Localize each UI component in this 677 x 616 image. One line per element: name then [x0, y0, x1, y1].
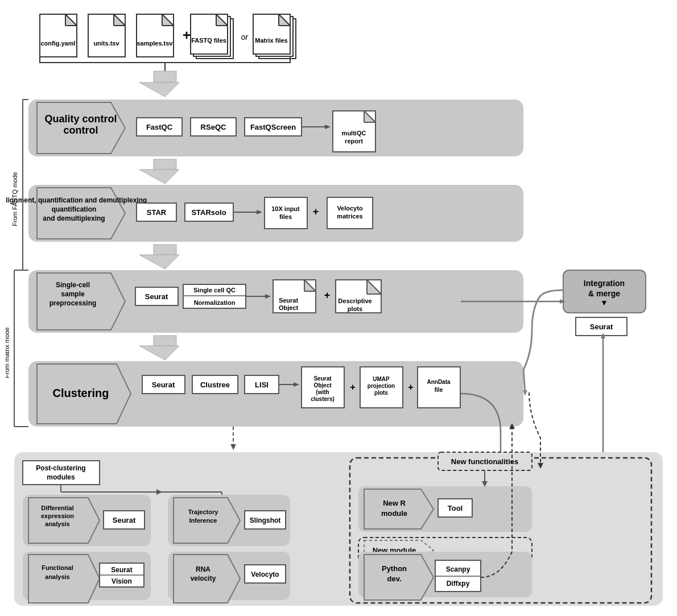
- slingshot-tool: Slingshot: [250, 516, 281, 524]
- fastqscreen-tool: FastQScreen: [250, 123, 296, 131]
- svg-text:analysis: analysis: [45, 520, 69, 527]
- rna-velocity-label: RNA: [196, 565, 210, 573]
- seurat-integration-tool: Seurat: [590, 323, 613, 331]
- svg-text:files: files: [279, 213, 292, 220]
- anndata-output: AnnData: [427, 379, 451, 385]
- svg-text:Vision: Vision: [112, 577, 132, 585]
- svg-text:Object: Object: [279, 304, 299, 311]
- svg-text:report: report: [345, 138, 363, 144]
- velocyto-output: Velocyto: [337, 205, 363, 212]
- post-clustering-header: Post-clustering: [36, 464, 85, 472]
- clustering-label: Clustering: [53, 387, 109, 399]
- svg-text:sample: sample: [61, 290, 85, 298]
- rseqc-tool: RSeQC: [201, 123, 226, 131]
- svg-text:projection: projection: [368, 383, 395, 389]
- seurat-clustering-tool: Seurat: [152, 381, 175, 389]
- alignment-label: Alignment, quantification and demultiple…: [6, 196, 147, 204]
- python-dev-label: Python: [382, 564, 407, 573]
- svg-text:and demultiplexing: and demultiplexing: [43, 214, 105, 222]
- svg-text:modules: modules: [47, 473, 75, 481]
- svg-text:Diffxpy: Diffxpy: [447, 580, 470, 588]
- svg-text:analysis: analysis: [45, 573, 69, 580]
- tenx-output: 10X input: [271, 205, 300, 212]
- plus-tenx: +: [313, 206, 319, 217]
- new-r-module-label: New R: [383, 499, 406, 507]
- svg-text:Object: Object: [313, 382, 332, 388]
- sc-qc-label: Single cell QC: [193, 287, 236, 293]
- trajectory-label: Trajectory: [188, 508, 218, 515]
- clustree-tool: Clustree: [200, 381, 230, 389]
- seurat-de-tool: Seurat: [113, 516, 136, 524]
- plus-sign-1: +: [183, 27, 191, 43]
- fastq-label: FASTQ files: [191, 37, 226, 44]
- svg-marker-61: [139, 255, 179, 269]
- seurat-clusters-output: Seurat: [313, 375, 332, 382]
- svg-text:plots: plots: [374, 390, 388, 396]
- starsolo-tool: STARsolo: [191, 208, 226, 217]
- de-analysis-label: Differential: [41, 505, 73, 511]
- config-yaml-label: config.yaml: [40, 40, 75, 47]
- config-yaml-file: config.yaml: [40, 14, 77, 57]
- svg-rect-30: [154, 71, 176, 82]
- svg-text:From FASTQ mode: From FASTQ mode: [11, 172, 18, 226]
- svg-text:module: module: [381, 509, 407, 518]
- lisi-tool: LISI: [255, 381, 269, 389]
- svg-text:& merge: & merge: [588, 289, 620, 298]
- svg-text:expression: expression: [41, 512, 74, 519]
- umap-output: UMAP: [373, 376, 390, 382]
- samples-tsv-label: samples.tsv: [137, 40, 174, 47]
- svg-marker-107: [523, 390, 527, 396]
- svg-marker-84: [139, 346, 179, 360]
- seurat-preprocessing-tool: Seurat: [145, 292, 168, 301]
- svg-marker-49: [37, 188, 125, 239]
- svg-marker-47: [139, 169, 179, 184]
- descriptive-plots-output: Descriptive: [338, 297, 371, 304]
- units-tsv-label: units.tsv: [93, 40, 119, 47]
- svg-text:From matrix mode: From matrix mode: [6, 327, 10, 378]
- normalization-label: Normalization: [194, 299, 236, 306]
- svg-text:Inference: Inference: [189, 517, 217, 524]
- seurat-vision-tool: Seurat: [111, 566, 132, 574]
- matrix-label: Matrix files: [255, 37, 287, 44]
- tool-new-r-label: Tool: [448, 504, 463, 512]
- plus-clusters: +: [350, 382, 355, 392]
- svg-text:matrices: matrices: [337, 213, 362, 220]
- svg-text:velocity: velocity: [191, 574, 216, 582]
- seurat-obj-output: Seurat: [279, 297, 299, 304]
- svg-text:preprocessing: preprocessing: [49, 299, 97, 307]
- svg-marker-31: [139, 82, 179, 97]
- preprocessing-label: Single-cell: [56, 281, 90, 289]
- plus-umap: +: [408, 382, 413, 392]
- star-tool: STAR: [147, 208, 167, 217]
- matrix-files: Matrix files: [253, 14, 296, 59]
- new-functionalities-label: New functionalities: [451, 457, 518, 466]
- fastq-mode-label: From FASTQ mode: [11, 100, 28, 270]
- svg-text:plots: plots: [348, 305, 362, 312]
- svg-marker-117: [230, 444, 236, 450]
- functional-analysis-label: Functional: [42, 564, 73, 571]
- samples-tsv-file: samples.tsv: [137, 14, 174, 57]
- integration-label: Integration: [584, 279, 625, 288]
- svg-text:dev.: dev.: [387, 574, 401, 583]
- svg-text:▼: ▼: [600, 298, 608, 307]
- svg-rect-60: [154, 245, 176, 255]
- matrix-mode-label: From matrix mode: [6, 270, 28, 427]
- svg-text:(with: (with: [316, 389, 329, 395]
- velocyto-tool: Velocyto: [251, 570, 279, 578]
- svg-rect-46: [154, 159, 176, 169]
- scanpy-tool: Scanpy: [446, 565, 470, 573]
- units-tsv-file: units.tsv: [88, 14, 125, 57]
- plus-seurat: +: [324, 290, 331, 301]
- svg-text:file: file: [435, 387, 443, 393]
- quality-control-label: Quality control: [44, 113, 117, 125]
- multiqc-output: multiQC: [342, 130, 366, 137]
- svg-rect-83: [154, 336, 176, 346]
- or-sign: or: [241, 32, 249, 42]
- fastqc-tool: FastQC: [146, 123, 173, 131]
- svg-text:clusters): clusters): [311, 396, 335, 402]
- fastq-files: FASTQ files: [191, 14, 233, 59]
- svg-text:quantification: quantification: [52, 205, 97, 213]
- svg-text:control: control: [64, 125, 98, 136]
